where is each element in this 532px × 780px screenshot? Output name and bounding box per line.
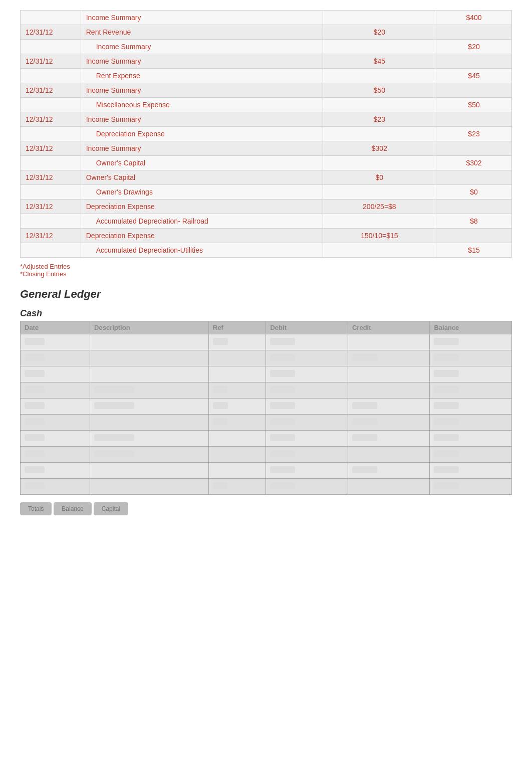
journal-debit [323,11,436,25]
ledger-header: Credit [348,321,430,334]
ledger-row [21,447,512,463]
ledger-table: DateDescriptionRefDebitCreditBalance [20,321,512,495]
journal-credit [436,25,512,40]
journal-row: 12/31/12Depreciation Expense150/10=$15 [21,229,512,243]
closing-entries-note: *Closing Entries [20,270,512,278]
journal-debit: 200/25=$8 [323,200,436,214]
ledger-cell [348,415,430,431]
journal-debit: $0 [323,170,436,185]
ledger-cell [208,366,266,382]
journal-account: Income Summary [81,112,323,127]
journal-row: Income Summary$20 [21,40,512,54]
journal-row: Accumulated Depreciation-Utilities$15 [21,243,512,258]
journal-credit: $23 [436,127,512,141]
journal-account: Owner's Drawings [81,185,323,200]
journal-account: Owner's Capital [81,170,323,185]
ledger-row [21,415,512,431]
ledger-row [21,334,512,350]
ledger-cell [430,431,512,447]
journal-debit [323,156,436,170]
journal-row: Rent Expense$45 [21,69,512,83]
journal-row: 12/31/12Income Summary$50 [21,83,512,98]
journal-credit [436,54,512,69]
journal-account: Income Summary [81,54,323,69]
journal-date: 12/31/12 [21,112,81,127]
journal-date [21,214,81,229]
journal-debit [323,98,436,112]
journal-credit: $15 [436,243,512,258]
journal-debit: $50 [323,83,436,98]
ledger-cell [430,382,512,399]
journal-account: Rent Expense [81,69,323,83]
journal-debit: $302 [323,141,436,156]
ledger-cell [430,479,512,495]
journal-credit: $45 [436,69,512,83]
journal-table: Income Summary$40012/31/12Rent Revenue$2… [20,10,512,258]
journal-row: Accumulated Depreciation- Railroad$8 [21,214,512,229]
journal-account: Income Summary [81,141,323,156]
journal-debit [323,69,436,83]
journal-date [21,40,81,54]
journal-debit [323,214,436,229]
journal-credit: $20 [436,40,512,54]
tab-bar[interactable]: TotalsBalanceCapital [20,502,512,515]
journal-account: Depreciation Expense [81,127,323,141]
journal-credit [436,83,512,98]
ledger-cell [21,399,90,415]
ledger-cell [90,334,209,350]
ledger-cell [90,431,209,447]
ledger-cell [266,463,348,479]
ledger-cell [266,366,348,382]
ledger-cell [90,447,209,463]
journal-date [21,156,81,170]
tab-item[interactable]: Capital [94,502,128,515]
ledger-cell [266,350,348,366]
journal-date: 12/31/12 [21,25,81,40]
ledger-cell [348,334,430,350]
journal-credit: $302 [436,156,512,170]
ledger-cell [430,415,512,431]
ledger-cell [21,366,90,382]
ledger-cell [266,334,348,350]
adjusted-entries-note: *Adjusted Entries [20,263,512,270]
journal-debit: 150/10=$15 [323,229,436,243]
tab-item[interactable]: Totals [20,502,52,515]
ledger-header: Date [21,321,90,334]
ledger-cell [90,366,209,382]
journal-row: Income Summary$400 [21,11,512,25]
ledger-cell [90,463,209,479]
ledger-cell [21,447,90,463]
journal-account: Depreciation Expense [81,229,323,243]
journal-account: Miscellaneous Expense [81,98,323,112]
journal-debit: $45 [323,54,436,69]
journal-date: 12/31/12 [21,170,81,185]
ledger-cell [348,382,430,399]
journal-debit: $20 [323,25,436,40]
journal-row: Miscellaneous Expense$50 [21,98,512,112]
journal-row: Owner's Drawings$0 [21,185,512,200]
ledger-row [21,350,512,366]
journal-debit [323,40,436,54]
ledger-cell [430,366,512,382]
journal-account: Income Summary [81,83,323,98]
ledger-cell [348,399,430,415]
ledger-cell [348,350,430,366]
journal-debit [323,185,436,200]
journal-credit [436,112,512,127]
ledger-cell [21,431,90,447]
ledger-cell [90,382,209,399]
ledger-cell [430,447,512,463]
ledger-cell [21,334,90,350]
ledger-cell [266,415,348,431]
tab-item[interactable]: Balance [54,502,91,515]
journal-account: Accumulated Depreciation- Railroad [81,214,323,229]
journal-row: 12/31/12Owner's Capital$0 [21,170,512,185]
journal-date [21,127,81,141]
ledger-cell [348,463,430,479]
journal-date [21,185,81,200]
ledger-row [21,431,512,447]
journal-credit: $400 [436,11,512,25]
journal-account: Owner's Capital [81,156,323,170]
ledger-cell [208,479,266,495]
ledger-row [21,366,512,382]
